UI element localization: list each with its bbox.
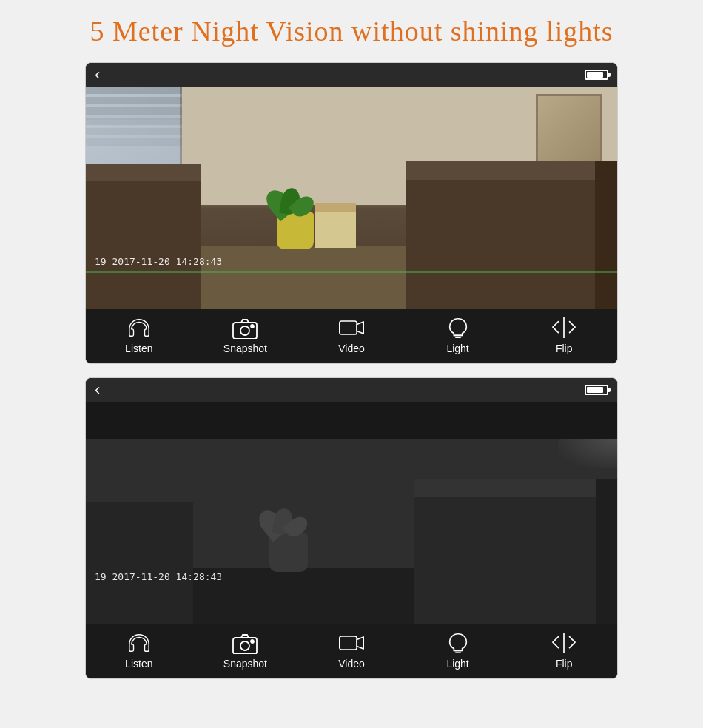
wall-picture	[536, 94, 602, 168]
top-bar-color: ‹	[86, 63, 617, 87]
back-button-night[interactable]: ‹	[95, 382, 100, 398]
phone-frame-night: ‹	[85, 377, 618, 679]
light-label-night: Light	[446, 658, 468, 670]
snapshot-button-color[interactable]: Snapshot	[215, 316, 275, 354]
phone-frame-color: ‹	[85, 62, 618, 364]
timestamp-color: 19 2017-11-20 14:28:43	[95, 256, 222, 267]
svg-rect-7	[340, 636, 357, 650]
svg-point-5	[240, 641, 249, 650]
listen-label-color: Listen	[125, 343, 152, 354]
flip-icon-night	[551, 631, 577, 655]
gift-box	[315, 203, 356, 248]
scene-night: 19 2017-11-20 14:28:43	[86, 402, 617, 624]
timestamp-night: 19 2017-11-20 14:28:43	[95, 571, 222, 582]
camera-view-color: 19 2017-11-20 14:28:43	[86, 87, 617, 309]
controls-bar-night: Listen Snapshot Video	[86, 624, 617, 678]
sofa-right-color	[406, 161, 617, 309]
page-title: 5 Meter Night Vision without shining lig…	[60, 15, 642, 47]
svg-point-1	[240, 326, 249, 335]
listen-button-color[interactable]: Listen	[110, 316, 169, 354]
video-label-night: Video	[338, 658, 365, 670]
video-button-color[interactable]: Video	[322, 316, 381, 354]
lightbulb-icon-night	[445, 631, 471, 655]
sofa-left-night	[86, 487, 193, 624]
video-button-night[interactable]: Video	[322, 631, 381, 670]
table-area	[201, 246, 406, 309]
camera-icon-color	[232, 316, 258, 340]
flip-label-color: Flip	[556, 343, 573, 354]
back-button-color[interactable]: ‹	[95, 67, 100, 83]
snapshot-button-night[interactable]: Snapshot	[215, 631, 275, 670]
flip-icon-color	[551, 316, 577, 340]
battery-body	[585, 70, 608, 80]
svg-point-2	[251, 325, 254, 328]
controls-bar-color: Listen Snapshot Video	[86, 309, 617, 363]
battery-icon-color	[585, 70, 608, 80]
listen-label-night: Listen	[125, 658, 152, 670]
battery-fill	[587, 72, 603, 78]
headphone-icon-night	[126, 631, 152, 655]
headphone-icon-color	[126, 316, 152, 340]
battery-icon-night	[585, 385, 608, 395]
video-icon-night	[338, 631, 365, 655]
light-label-color: Light	[446, 343, 468, 354]
light-button-color[interactable]: Light	[428, 316, 488, 354]
scene-color: 19 2017-11-20 14:28:43	[86, 87, 617, 309]
video-icon-color	[338, 316, 365, 340]
signal-bar-color	[86, 271, 617, 273]
battery-body-night	[585, 385, 608, 395]
video-label-color: Video	[338, 343, 365, 354]
camera-view-night: 19 2017-11-20 14:28:43	[86, 402, 617, 624]
listen-button-night[interactable]: Listen	[110, 631, 169, 670]
light-button-night[interactable]: Light	[428, 631, 488, 670]
plant-leaves-night	[258, 485, 318, 539]
sofa-right-night	[414, 479, 617, 624]
camera-icon-night	[232, 631, 258, 655]
table-night	[193, 568, 414, 624]
snapshot-label-night: Snapshot	[223, 658, 267, 670]
battery-fill-night	[587, 387, 603, 393]
blinds	[86, 87, 182, 175]
flip-button-color[interactable]: Flip	[534, 316, 593, 354]
lightbulb-icon-color	[445, 316, 471, 340]
snapshot-label-color: Snapshot	[223, 343, 267, 354]
top-bar-night: ‹	[86, 378, 617, 402]
sofa-left-color	[86, 164, 201, 309]
svg-rect-3	[340, 321, 357, 334]
flip-label-night: Flip	[556, 658, 573, 670]
svg-point-6	[251, 640, 254, 643]
flip-button-night[interactable]: Flip	[534, 631, 593, 670]
